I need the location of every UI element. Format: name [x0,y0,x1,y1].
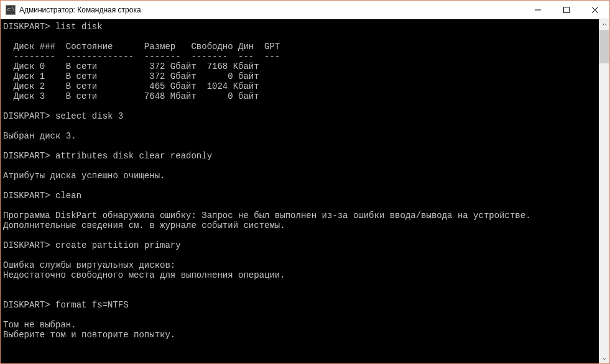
table-divider: -------- ------------- ------- ------- -… [3,52,280,61]
minimize-icon [535,7,541,13]
svg-rect-1 [564,7,570,12]
terminal-container: DISKPART> list disk Диск ### Состояние Р… [1,19,609,363]
table-row: Диск 3 В сети 7648 Mбайт 0 байт [3,91,259,101]
output-line: Выберите том и повторите попытку. [3,330,175,340]
command: list disk [55,22,103,32]
scrollbar-down-button[interactable] [599,353,609,363]
prompt: DISKPART> [3,240,50,250]
output-line: Недостаточно свободного места для выполн… [3,270,285,280]
maximize-button[interactable] [552,1,581,19]
table-row: Диск 0 В сети 372 Gбайт 7168 Kбайт [3,61,259,71]
prompt: DISKPART> [3,22,50,32]
window-buttons [524,1,609,19]
table-row: Диск 1 В сети 372 Gбайт 0 байт [3,71,259,81]
cmd-icon: c:\ [6,5,16,15]
chevron-up-icon [602,22,607,27]
prompt: DISKPART> [3,300,50,310]
command: create partition primary [55,240,181,250]
vertical-scrollbar[interactable] [599,19,609,363]
maximize-icon [563,7,570,13]
window-title: Администратор: Командная строка [19,6,524,14]
window-titlebar: c:\ Администратор: Командная строка [1,1,609,19]
prompt: DISKPART> [3,191,50,201]
command: select disk 3 [55,111,123,121]
table-header: Диск ### Состояние Размер Свободно Дин G… [3,42,280,52]
close-button[interactable] [581,1,609,19]
output-line: Программа DiskPart обнаружила ошибку: За… [3,211,531,221]
prompt: DISKPART> [3,111,50,121]
output-line: Выбран диск 3. [3,131,76,141]
scrollbar-thumb[interactable] [599,30,609,63]
minimize-button[interactable] [524,1,552,19]
command: clean [55,191,81,201]
output-line: Том не выбран. [3,320,76,330]
prompt: DISKPART> [3,151,50,161]
scrollbar-up-button[interactable] [599,19,609,30]
terminal-output[interactable]: DISKPART> list disk Диск ### Состояние Р… [1,19,599,363]
table-row: Диск 2 В сети 465 Gбайт 1024 Kбайт [3,81,259,91]
chevron-down-icon [602,356,607,361]
output-line: Атрибуты диска успешно очищены. [3,171,165,181]
close-icon [592,7,598,13]
command: attributes disk clear readonly [55,151,212,161]
output-line: Ошибка службы виртуальных дисков: [3,260,175,270]
output-line: Дополнительные сведения см. в журнале со… [3,221,285,230]
command: format fs=NTFS [55,300,129,310]
